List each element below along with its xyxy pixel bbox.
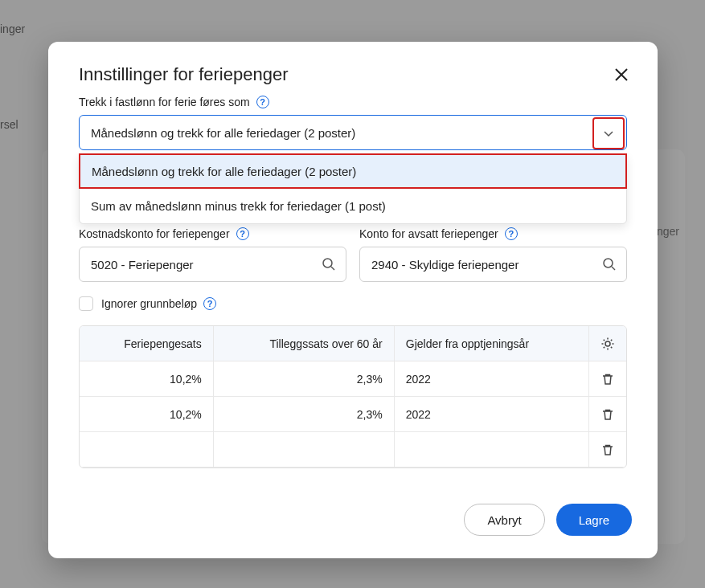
cost-account-value: 5020 - Feriepenger — [91, 258, 194, 272]
ignore-base-label-text: Ignorer grunnbeløp — [101, 297, 197, 310]
accrued-account-input[interactable]: 2940 - Skyldige feriepenger — [359, 247, 627, 282]
accrued-account-label-text: Konto for avsatt feriepenger — [359, 227, 498, 240]
th-surcharge: Tilleggssats over 60 år — [214, 326, 395, 361]
dropdown-wrapper: Månedslønn og trekk for alle feriedager … — [79, 115, 627, 150]
th-rate: Feriepengesats — [80, 326, 214, 361]
trash-icon — [601, 443, 614, 456]
cell-year[interactable]: 2022 — [395, 361, 589, 397]
trash-icon — [601, 373, 614, 386]
svg-point-0 — [323, 259, 332, 267]
th-settings — [589, 326, 626, 361]
delete-row-button[interactable] — [595, 402, 621, 427]
cancel-button[interactable]: Avbryt — [464, 504, 544, 536]
save-button[interactable]: Lagre — [556, 504, 632, 536]
trash-icon — [601, 408, 614, 421]
cell-surcharge[interactable]: 2,3% — [214, 361, 395, 397]
highlight-chevron-box — [592, 117, 625, 149]
ignore-base-row: Ignorer grunnbeløp ? — [79, 296, 627, 311]
chevron-down-icon — [603, 128, 614, 139]
help-icon[interactable]: ? — [505, 227, 518, 240]
delete-row-button[interactable] — [595, 366, 621, 392]
select-value: Månedslønn og trekk for alle feriedager … — [91, 126, 355, 140]
cell-year[interactable]: 2022 — [395, 397, 589, 432]
cell-surcharge[interactable]: 2,3% — [214, 397, 395, 432]
accrued-account-label: Konto for avsatt feriepenger ? — [359, 227, 627, 240]
accrued-account-field: Konto for avsatt feriepenger ? 2940 - Sk… — [359, 227, 627, 282]
table-row: 10,2% 2,3% 2022 — [80, 361, 626, 397]
svg-point-2 — [605, 341, 610, 346]
cell-rate[interactable]: 10,2% — [80, 397, 214, 432]
deduction-select[interactable]: Månedslønn og trekk for alle feriedager … — [79, 115, 627, 150]
rates-table: Feriepengesats Tilleggssats over 60 år G… — [79, 325, 627, 468]
help-icon[interactable]: ? — [203, 297, 216, 310]
dialog-body: Trekk i fastlønn for ferie føres som ? M… — [48, 92, 658, 484]
cell-rate[interactable]: 10,2% — [80, 361, 214, 397]
table-header-row: Feriepengesats Tilleggssats over 60 år G… — [80, 326, 626, 361]
cost-account-label-text: Kostnadskonto for feriepenger — [79, 227, 230, 240]
close-button[interactable] — [611, 64, 632, 85]
help-icon[interactable]: ? — [236, 227, 249, 240]
dropdown-option-1[interactable]: Sum av månedslønn minus trekk for feried… — [80, 188, 626, 223]
ignore-base-checkbox[interactable] — [79, 296, 93, 311]
help-icon[interactable]: ? — [256, 96, 269, 108]
cell-surcharge[interactable] — [214, 432, 395, 468]
dropdown-label-text: Trekk i fastlønn for ferie føres som — [79, 96, 250, 108]
cost-account-input[interactable]: 5020 - Feriepenger — [79, 247, 346, 282]
close-icon — [614, 67, 629, 82]
dropdown-list: Månedslønn og trekk for alle feriedager … — [79, 153, 627, 224]
delete-row-button[interactable] — [595, 437, 621, 463]
gear-icon — [600, 337, 615, 351]
dropdown-label: Trekk i fastlønn for ferie føres som ? — [79, 96, 269, 108]
cell-actions — [589, 432, 626, 468]
accounts-row: Kostnadskonto for feriepenger ? 5020 - F… — [79, 227, 627, 282]
th-year: Gjelder fra opptjeningsår — [395, 326, 589, 361]
table-settings-button[interactable] — [595, 331, 621, 357]
cost-account-label: Kostnadskonto for feriepenger ? — [79, 227, 346, 240]
cell-rate[interactable] — [80, 432, 214, 468]
table-row: 10,2% 2,3% 2022 — [80, 397, 626, 432]
cell-actions — [589, 397, 626, 432]
accrued-account-value: 2940 - Skyldige feriepenger — [371, 258, 519, 272]
cost-account-field: Kostnadskonto for feriepenger ? 5020 - F… — [79, 227, 346, 282]
dropdown-option-0[interactable]: Månedslønn og trekk for alle feriedager … — [79, 153, 627, 189]
cell-year[interactable] — [395, 432, 589, 468]
table-row — [80, 432, 626, 468]
dialog-footer: Avbryt Lagre — [48, 484, 658, 558]
search-icon — [602, 257, 617, 272]
svg-point-1 — [604, 259, 613, 267]
search-icon — [322, 257, 336, 272]
dialog-header: Innstillinger for feriepenger — [48, 42, 658, 92]
settings-dialog: Innstillinger for feriepenger Trekk i fa… — [48, 42, 658, 558]
cell-actions — [589, 361, 626, 397]
ignore-base-label: Ignorer grunnbeløp ? — [101, 297, 216, 310]
dialog-title: Innstillinger for feriepenger — [79, 64, 288, 85]
